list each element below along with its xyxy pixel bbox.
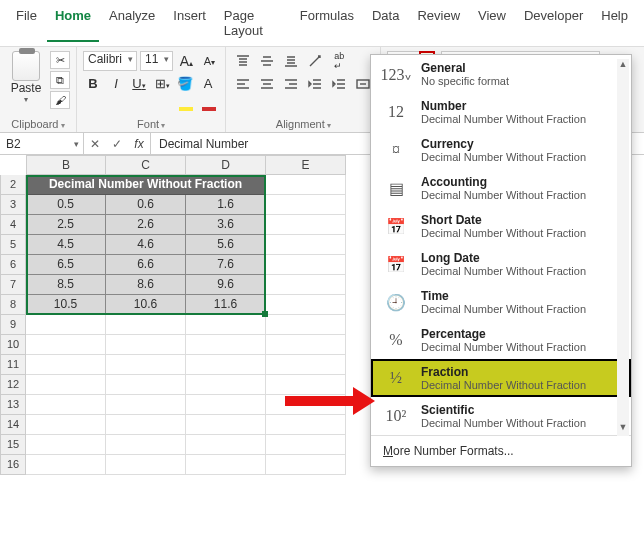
cell[interactable]: 10.6: [106, 295, 186, 315]
dropdown-scrollbar[interactable]: ▲ ▼: [617, 59, 629, 436]
fill-handle[interactable]: [262, 311, 268, 317]
cell[interactable]: Decimal Number Without Fraction: [26, 175, 266, 195]
row-header[interactable]: 15: [0, 435, 26, 455]
menu-view[interactable]: View: [470, 4, 514, 42]
align-right-button[interactable]: [280, 74, 302, 94]
cut-button[interactable]: ✂: [50, 51, 70, 69]
row-header[interactable]: 11: [0, 355, 26, 375]
format-option-scientific[interactable]: 10²ScientificDecimal Number Without Frac…: [371, 397, 631, 435]
cell[interactable]: [266, 415, 346, 435]
cell[interactable]: 5.6: [186, 235, 266, 255]
cell[interactable]: [26, 395, 106, 415]
cell[interactable]: [26, 415, 106, 435]
scroll-down-icon[interactable]: ▼: [617, 422, 629, 436]
cell[interactable]: [266, 195, 346, 215]
cell[interactable]: 3.6: [186, 215, 266, 235]
cell[interactable]: 4.6: [106, 235, 186, 255]
row-header[interactable]: 2: [0, 175, 26, 195]
column-header[interactable]: D: [186, 155, 266, 175]
format-option-long-date[interactable]: 📅Long DateDecimal Number Without Fractio…: [371, 245, 631, 283]
align-middle-button[interactable]: [256, 51, 278, 71]
row-header[interactable]: 6: [0, 255, 26, 275]
format-option-time[interactable]: 🕘TimeDecimal Number Without Fraction: [371, 283, 631, 321]
align-bottom-button[interactable]: [280, 51, 302, 71]
format-painter-button[interactable]: 🖌: [50, 91, 70, 109]
format-option-percentage[interactable]: %PercentageDecimal Number Without Fracti…: [371, 321, 631, 359]
cell[interactable]: 6.5: [26, 255, 106, 275]
menu-page-layout[interactable]: Page Layout: [216, 4, 290, 42]
cell[interactable]: [186, 335, 266, 355]
italic-button[interactable]: I: [106, 74, 126, 94]
format-option-short-date[interactable]: 📅Short DateDecimal Number Without Fracti…: [371, 207, 631, 245]
fill-color-button[interactable]: 🪣: [175, 74, 195, 94]
row-header[interactable]: 16: [0, 455, 26, 475]
cell[interactable]: 6.6: [106, 255, 186, 275]
font-size-select[interactable]: 11: [140, 51, 173, 71]
format-option-currency[interactable]: ¤CurrencyDecimal Number Without Fraction: [371, 131, 631, 169]
row-header[interactable]: 13: [0, 395, 26, 415]
format-option-number[interactable]: 12NumberDecimal Number Without Fraction: [371, 93, 631, 131]
cell[interactable]: 9.6: [186, 275, 266, 295]
bold-button[interactable]: B: [83, 74, 103, 94]
row-header[interactable]: 4: [0, 215, 26, 235]
menu-analyze[interactable]: Analyze: [101, 4, 163, 42]
font-family-select[interactable]: Calibri: [83, 51, 137, 71]
cell[interactable]: [26, 435, 106, 455]
column-header[interactable]: E: [266, 155, 346, 175]
cell[interactable]: [26, 355, 106, 375]
format-option-general[interactable]: 123ᵥGeneralNo specific format: [371, 55, 631, 93]
copy-button[interactable]: ⧉: [50, 71, 70, 89]
shrink-font-button[interactable]: A▾: [199, 51, 219, 71]
row-header[interactable]: 7: [0, 275, 26, 295]
font-color-button[interactable]: A: [198, 74, 218, 94]
cell[interactable]: [186, 435, 266, 455]
wrap-text-button[interactable]: ab↵: [328, 51, 350, 71]
row-header[interactable]: 10: [0, 335, 26, 355]
column-header[interactable]: B: [26, 155, 106, 175]
cell[interactable]: 10.5: [26, 295, 106, 315]
cell[interactable]: [266, 175, 346, 195]
cell[interactable]: [266, 235, 346, 255]
cell[interactable]: [186, 315, 266, 335]
cell[interactable]: [26, 315, 106, 335]
cell[interactable]: [266, 275, 346, 295]
menu-home[interactable]: Home: [47, 4, 99, 42]
cell[interactable]: [266, 355, 346, 375]
cell[interactable]: [106, 375, 186, 395]
cell[interactable]: [266, 315, 346, 335]
grow-font-button[interactable]: A▴: [176, 51, 196, 71]
cell[interactable]: [106, 455, 186, 475]
row-header[interactable]: 5: [0, 235, 26, 255]
row-header[interactable]: 8: [0, 295, 26, 315]
cancel-formula-button[interactable]: ✕: [84, 137, 106, 151]
column-header[interactable]: C: [106, 155, 186, 175]
format-option-fraction[interactable]: ½FractionDecimal Number Without Fraction: [371, 359, 631, 397]
cell[interactable]: 8.6: [106, 275, 186, 295]
menu-formulas[interactable]: Formulas: [292, 4, 362, 42]
cell[interactable]: [266, 455, 346, 475]
scroll-up-icon[interactable]: ▲: [617, 59, 629, 73]
cell[interactable]: 4.5: [26, 235, 106, 255]
decrease-indent-button[interactable]: [304, 74, 326, 94]
menu-developer[interactable]: Developer: [516, 4, 591, 42]
cell[interactable]: [106, 335, 186, 355]
cell[interactable]: [26, 455, 106, 475]
format-option-accounting[interactable]: ▤AccountingDecimal Number Without Fracti…: [371, 169, 631, 207]
row-header[interactable]: 9: [0, 315, 26, 335]
cell[interactable]: [186, 415, 266, 435]
cell[interactable]: [186, 355, 266, 375]
row-header[interactable]: 3: [0, 195, 26, 215]
cell[interactable]: [106, 435, 186, 455]
enter-formula-button[interactable]: ✓: [106, 137, 128, 151]
cell[interactable]: 7.6: [186, 255, 266, 275]
underline-button[interactable]: U▾: [129, 74, 149, 94]
cell[interactable]: [186, 395, 266, 415]
fx-icon[interactable]: fx: [128, 137, 150, 151]
cell[interactable]: [26, 375, 106, 395]
cell[interactable]: 2.6: [106, 215, 186, 235]
cell[interactable]: [266, 255, 346, 275]
row-header[interactable]: 12: [0, 375, 26, 395]
cell[interactable]: 0.6: [106, 195, 186, 215]
paste-button[interactable]: Paste ▾: [6, 51, 46, 104]
border-button[interactable]: ⊞▾: [152, 74, 172, 94]
